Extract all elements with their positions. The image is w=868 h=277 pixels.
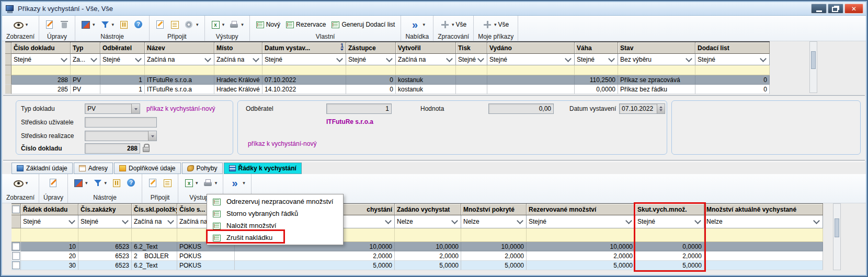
checklist-button[interactable] bbox=[161, 178, 174, 188]
filter-s-skl-polo-ky[interactable]: Začíná na bbox=[132, 215, 177, 228]
edit-button[interactable] bbox=[43, 19, 56, 30]
settings-button[interactable] bbox=[110, 178, 123, 188]
col-header-vytvo-il[interactable]: Vytvořil bbox=[396, 42, 456, 54]
filter-dodac-list[interactable]: Stejné bbox=[695, 54, 770, 65]
filter-entry-cell[interactable] bbox=[461, 228, 527, 242]
filter-datum-vystav[interactable]: Stejné bbox=[262, 54, 346, 65]
note-button[interactable] bbox=[146, 178, 159, 188]
generuj-dodaci-list-button[interactable]: Generuj Dodací list bbox=[329, 19, 396, 30]
filter-entry-cell[interactable] bbox=[527, 228, 635, 242]
excel-export-button[interactable]: ▾ bbox=[182, 178, 200, 188]
datum-vystaveni-field[interactable]: 07.10.2022 bbox=[619, 103, 665, 114]
delete-button[interactable] bbox=[58, 19, 71, 30]
row-checkbox[interactable] bbox=[12, 243, 20, 250]
col-header-stav[interactable]: Stav bbox=[618, 42, 695, 54]
novy-button[interactable]: Nový bbox=[254, 19, 282, 30]
filter-entry-cell[interactable] bbox=[395, 228, 461, 242]
tab-zakladni-udaje[interactable]: Základní údaje bbox=[12, 163, 73, 174]
stredisko-realizace-field[interactable] bbox=[85, 131, 157, 141]
scrollbar-thumb[interactable] bbox=[835, 218, 839, 237]
col-header-zad-no-vychystat[interactable]: Zadáno vychystat bbox=[395, 204, 461, 215]
tab-doplnkove-udaje[interactable]: Doplňkové údaje bbox=[114, 163, 180, 174]
zpracovani-filter-button[interactable]: ▾Vše bbox=[439, 19, 468, 30]
filter-rezervovan-mno-stv[interactable]: Stejné bbox=[527, 215, 635, 228]
filter-entry-cell[interactable] bbox=[487, 65, 575, 75]
filter-entry-cell[interactable] bbox=[71, 65, 100, 75]
select-all-checkbox[interactable] bbox=[12, 205, 20, 213]
row-checkbox[interactable] bbox=[12, 252, 20, 260]
titlebar[interactable]: Příkazy k vychystání - Vše, Vše ✕ bbox=[2, 2, 866, 16]
filter-entry-cell[interactable] bbox=[214, 65, 262, 75]
print-button[interactable]: ▾ bbox=[202, 178, 219, 188]
scrollbar-thumb[interactable] bbox=[811, 51, 816, 69]
col-header-mno-stv-pokryt[interactable]: Množství pokryté bbox=[461, 204, 527, 215]
col-header-vyd-no[interactable]: Vydáno bbox=[487, 42, 575, 54]
filter-dek-dokladu[interactable]: Stejné bbox=[21, 215, 78, 228]
checklist-button[interactable] bbox=[168, 19, 181, 30]
help-button[interactable] bbox=[125, 178, 138, 188]
filter-n-zev[interactable]: Začíná na bbox=[145, 54, 214, 65]
filter-odb-ratel[interactable]: Stejné bbox=[100, 54, 145, 65]
minimize-button[interactable] bbox=[811, 4, 827, 14]
filter-button[interactable]: ▾ bbox=[92, 178, 109, 188]
filter-entry-cell[interactable] bbox=[396, 65, 456, 75]
filter-zad-no-vychystat[interactable]: Nelze bbox=[395, 215, 461, 228]
filter-entry-cell[interactable] bbox=[456, 65, 487, 75]
col-header-s-skl-polo-ky[interactable]: Čís.skl.položky bbox=[132, 204, 177, 215]
col-header-dodac-list[interactable]: Dodací list bbox=[695, 42, 770, 54]
menu-chevrons-button[interactable]: »▾ bbox=[408, 20, 427, 29]
excel-export-button[interactable]: ▾ bbox=[209, 19, 226, 30]
rows-menu-button[interactable]: »▾ bbox=[227, 179, 247, 187]
dropdown-button[interactable] bbox=[131, 104, 140, 113]
col-header-rezervovan-mno-stv[interactable]: Rezervované množství bbox=[527, 204, 635, 215]
filter-vytvo-il[interactable]: Začíná na bbox=[396, 54, 456, 65]
orders-grid-scrollbar[interactable] bbox=[809, 41, 817, 93]
col-header-n-zev[interactable]: Název bbox=[145, 42, 214, 54]
col-header-m-sto[interactable]: Místo bbox=[214, 42, 262, 54]
col-header-tisk[interactable]: Tisk bbox=[456, 42, 487, 54]
dropdown-button[interactable] bbox=[148, 131, 156, 141]
settings-button[interactable] bbox=[118, 19, 130, 30]
filter-entry-cell[interactable] bbox=[575, 65, 618, 75]
rezervace-button[interactable]: Rezervace bbox=[284, 19, 327, 30]
filter-entry-cell[interactable] bbox=[704, 228, 823, 242]
table-row[interactable]: 288PV1ITFutuRe s.r.o.aHradec Králové07.1… bbox=[5, 75, 770, 85]
filter-entry-cell[interactable] bbox=[78, 228, 132, 242]
help-button[interactable] bbox=[132, 19, 145, 30]
stredisko-uzivatele-field[interactable] bbox=[85, 117, 157, 128]
tab-radky-k-vychystani[interactable]: Řádky k vychystání bbox=[224, 163, 302, 174]
view-button[interactable]: ▾ bbox=[12, 178, 30, 188]
col-header-typ[interactable]: Typ bbox=[71, 42, 100, 54]
menu-item-storno[interactable]: Storno vybraných řádků bbox=[207, 207, 343, 220]
filter-tisk[interactable]: Stejné bbox=[456, 54, 487, 65]
cislo-dokladu-field[interactable]: 288 bbox=[85, 143, 140, 154]
filter-entry-cell[interactable] bbox=[618, 65, 695, 75]
typ-dokladu-field[interactable]: PV bbox=[85, 103, 140, 114]
filter-entry-cell[interactable] bbox=[21, 228, 78, 242]
col-header-mno-stv-aktu-ln-vychystan[interactable]: Množství aktuálně vychystané bbox=[704, 204, 823, 215]
wizard-button[interactable]: ▾ bbox=[79, 19, 97, 30]
filter-button[interactable]: ▾ bbox=[99, 19, 116, 30]
col-header-odb-ratel[interactable]: Odběratel bbox=[100, 42, 145, 54]
note-button[interactable] bbox=[154, 19, 166, 30]
moje-prikazy-filter-button[interactable]: ▾Vše bbox=[481, 19, 510, 30]
filter-s-zak-zky[interactable]: Stejné bbox=[78, 215, 132, 228]
col-header-dek-dokladu[interactable]: Řádek dokladu bbox=[21, 204, 78, 215]
table-row[interactable]: 285PV1ITFutuRe s.r.o.aHradec Králové14.1… bbox=[5, 85, 770, 94]
rows-grid-scrollbar[interactable] bbox=[833, 203, 841, 270]
view-button[interactable]: ▾ bbox=[12, 19, 30, 30]
filter-v-ha[interactable]: Stejné bbox=[575, 54, 618, 65]
filter-entry-cell[interactable] bbox=[132, 228, 177, 242]
filter-entry-cell[interactable] bbox=[12, 65, 71, 75]
filter-slo-dokladu[interactable]: Stejné bbox=[12, 54, 71, 65]
col-header-z-stupce[interactable]: Zástupce bbox=[346, 42, 396, 54]
filter-stav[interactable]: Bez výběru bbox=[618, 54, 695, 65]
edit-button[interactable] bbox=[47, 178, 60, 188]
close-button[interactable]: ✕ bbox=[844, 4, 863, 14]
print-button[interactable]: ▾ bbox=[228, 19, 245, 30]
hodnota-field[interactable]: 0,00 bbox=[488, 103, 554, 114]
filter-mno-stv-pokryt[interactable]: Nelze bbox=[461, 215, 527, 228]
media-button[interactable]: ▾ bbox=[183, 19, 200, 30]
date-spinner[interactable] bbox=[657, 104, 665, 113]
filter-vyd-no[interactable]: Stejné bbox=[487, 54, 575, 65]
